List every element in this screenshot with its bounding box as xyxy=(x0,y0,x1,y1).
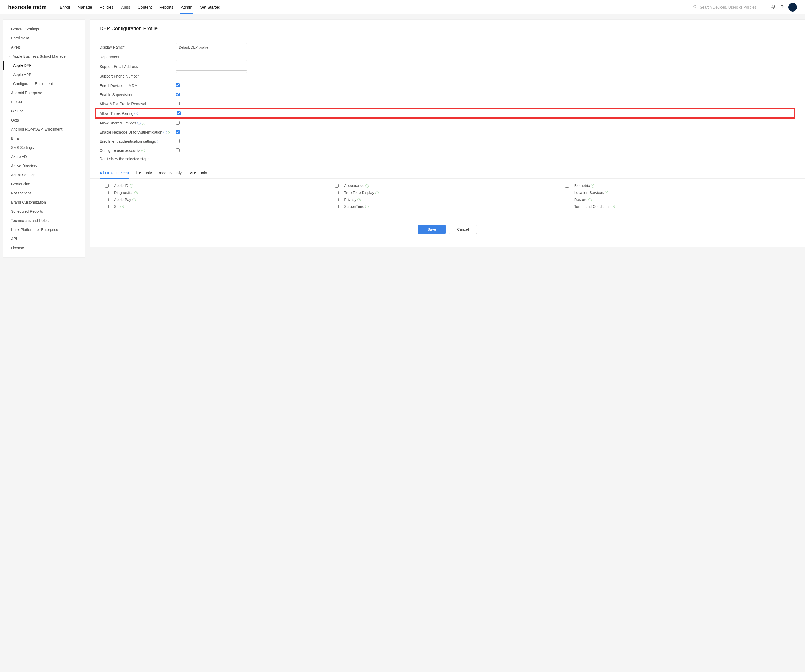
info-icon[interactable]: i xyxy=(135,112,138,115)
sidebar-item-notifications[interactable]: Notifications xyxy=(3,188,85,198)
nav-tab-policies[interactable]: Policies xyxy=(96,0,117,14)
enable-hexnode-ui-label: Enable Hexnode UI for Authentication xyxy=(100,130,163,134)
display-name-input[interactable] xyxy=(176,43,247,51)
step-item: Appearance✓ xyxy=(335,184,565,188)
sidebar-item-apple-dep[interactable]: Apple DEP xyxy=(3,61,85,70)
step-label: Terms and Conditions xyxy=(574,205,610,209)
search-input[interactable] xyxy=(700,5,759,10)
info-icon[interactable]: i xyxy=(163,131,167,134)
enable-supervision-checkbox[interactable] xyxy=(176,93,179,96)
step-label: Privacy xyxy=(344,197,356,202)
sidebar-item-knox-platform-for-enterprise[interactable]: Knox Platform for Enterprise xyxy=(3,225,85,234)
step-checkbox[interactable] xyxy=(565,184,569,187)
save-button[interactable]: Save xyxy=(418,225,446,234)
sidebar-item-apple-vpp[interactable]: Apple VPP xyxy=(3,70,85,79)
sidebar-item-apns[interactable]: APNs xyxy=(3,43,85,52)
sidebar-item-general-settings[interactable]: General Settings xyxy=(3,25,85,34)
dont-show-label: Don't show the selected steps xyxy=(100,155,795,161)
nav-tab-content[interactable]: Content xyxy=(134,0,156,14)
search-box[interactable] xyxy=(693,5,763,10)
support-phone-input[interactable] xyxy=(176,72,247,80)
step-checkbox[interactable] xyxy=(335,198,338,202)
sidebar-item-api[interactable]: API xyxy=(3,234,85,243)
configure-user-accounts-checkbox[interactable] xyxy=(176,148,179,152)
search-icon xyxy=(693,5,697,10)
sidebar-item-configurator-enrollment[interactable]: Configurator Enrollment xyxy=(3,79,85,88)
sidebar-item-enrollment[interactable]: Enrollment xyxy=(3,34,85,43)
department-input[interactable] xyxy=(176,53,247,61)
nav-tab-apps[interactable]: Apps xyxy=(117,0,134,14)
info-icon[interactable]: i xyxy=(137,121,141,125)
step-checkbox[interactable] xyxy=(335,191,338,195)
tick-icon: ✓ xyxy=(130,184,133,187)
step-checkbox[interactable] xyxy=(335,184,338,187)
tick-icon: ✓ xyxy=(365,184,369,187)
step-label: Biometric xyxy=(574,184,590,188)
step-item: Biometric✓ xyxy=(565,184,795,188)
sidebar-item-email[interactable]: Email xyxy=(3,134,85,143)
step-checkbox[interactable] xyxy=(105,205,109,208)
step-checkbox[interactable] xyxy=(565,205,569,208)
allow-shared-checkbox[interactable] xyxy=(176,121,179,125)
sidebar-item-scheduled-reports[interactable]: Scheduled Reports xyxy=(3,207,85,216)
support-phone-label: Support Phone Number xyxy=(100,72,176,80)
support-email-input[interactable] xyxy=(176,62,247,70)
nav-tab-manage[interactable]: Manage xyxy=(74,0,96,14)
sidebar-item-android-rom-oem-enrollment[interactable]: Android ROM/OEM Enrollment xyxy=(3,125,85,134)
tick-icon: ✓ xyxy=(120,205,124,208)
steps-tab-all-dep-devices[interactable]: All DEP Devices xyxy=(100,167,129,179)
steps-tab-ios-only[interactable]: iOS Only xyxy=(136,167,152,179)
sidebar-item-technicians-and-roles[interactable]: Technicians and Roles xyxy=(3,216,85,225)
enable-supervision-label: Enable Supervision xyxy=(100,91,176,98)
allow-profile-removal-checkbox[interactable] xyxy=(176,102,179,105)
tick-icon: ✓ xyxy=(588,198,592,202)
sidebar-item-sms-settings[interactable]: SMS Settings xyxy=(3,143,85,152)
step-checkbox[interactable] xyxy=(335,205,338,208)
tick-icon: ✓ xyxy=(605,191,608,195)
info-icon[interactable]: i xyxy=(157,140,161,143)
sidebar-item-brand-customization[interactable]: Brand Customization xyxy=(3,198,85,207)
cancel-button[interactable]: Cancel xyxy=(449,225,477,234)
nav-tab-admin[interactable]: Admin xyxy=(177,0,196,14)
nav-tab-reports[interactable]: Reports xyxy=(156,0,177,14)
nav-tab-enroll[interactable]: Enroll xyxy=(56,0,74,14)
enroll-mdm-checkbox[interactable] xyxy=(176,84,179,87)
enable-hexnode-ui-checkbox[interactable] xyxy=(176,130,179,134)
sidebar-item-azure-ad[interactable]: Azure AD xyxy=(3,152,85,161)
help-icon[interactable]: ? xyxy=(780,4,784,10)
step-checkbox[interactable] xyxy=(105,191,109,195)
sidebar-item-sccm[interactable]: SCCM xyxy=(3,97,85,107)
allow-itunes-label: Allow iTunes Pairing xyxy=(100,111,133,116)
nav-tab-get-started[interactable]: Get Started xyxy=(196,0,224,14)
steps-tabs: All DEP DevicesiOS OnlymacOS OnlytvOS On… xyxy=(90,167,805,179)
sidebar-item-active-directory[interactable]: Active Directory xyxy=(3,161,85,170)
configure-user-accounts-label: Configure user accounts xyxy=(100,148,140,152)
allow-itunes-checkbox[interactable] xyxy=(177,111,181,115)
sidebar-item-okta[interactable]: Okta xyxy=(3,116,85,125)
step-item: Apple ID✓ xyxy=(105,184,335,188)
sidebar-item-apple-business-school-manager[interactable]: Apple Business/School Manager xyxy=(3,52,85,61)
tick-icon: ✓ xyxy=(168,131,171,134)
step-checkbox[interactable] xyxy=(565,198,569,202)
tick-icon: ✓ xyxy=(591,184,594,187)
step-item: Apple Pay✓ xyxy=(105,197,335,202)
step-checkbox[interactable] xyxy=(565,191,569,195)
steps-tab-macos-only[interactable]: macOS Only xyxy=(159,167,182,179)
sidebar-item-geofencing[interactable]: Geofencing xyxy=(3,179,85,188)
department-label: Department xyxy=(100,53,176,61)
step-checkbox[interactable] xyxy=(105,198,109,202)
sidebar-item-agent-settings[interactable]: Agent Settings xyxy=(3,170,85,179)
allow-profile-removal-label: Allow MDM Profile Removal xyxy=(100,100,176,108)
sidebar-item-g-suite[interactable]: G Suite xyxy=(3,107,85,116)
step-checkbox[interactable] xyxy=(105,184,109,187)
avatar[interactable] xyxy=(789,3,797,11)
enroll-auth-settings-checkbox[interactable] xyxy=(176,139,179,143)
allow-shared-label: Allow Shared Devices xyxy=(100,121,136,125)
sidebar-item-android-enterprise[interactable]: Android Enterprise xyxy=(3,88,85,97)
steps-tab-tvos-only[interactable]: tvOS Only xyxy=(189,167,207,179)
step-label: Apple Pay xyxy=(114,197,131,202)
sidebar-item-license[interactable]: License xyxy=(3,243,85,252)
step-label: ScreenTime xyxy=(344,205,364,209)
bell-icon[interactable] xyxy=(771,4,776,10)
chevron-down-icon xyxy=(8,54,11,58)
